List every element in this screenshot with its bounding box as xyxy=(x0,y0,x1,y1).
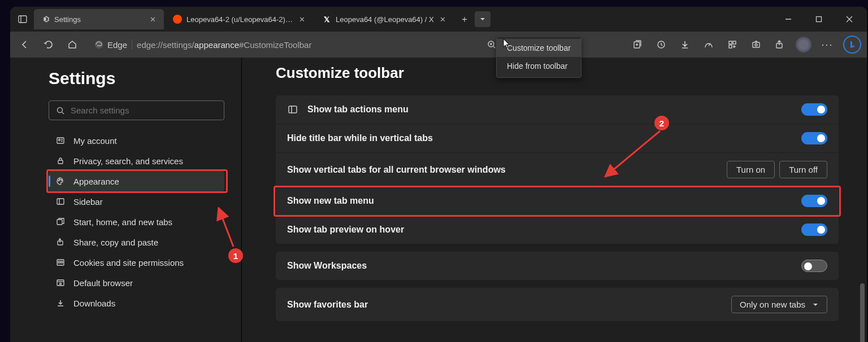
close-icon[interactable]: ✕ xyxy=(297,15,306,24)
menu-item-hide-toolbar[interactable]: Hide from toolbar xyxy=(497,57,581,75)
collections-icon[interactable] xyxy=(630,37,645,52)
screenshot-icon[interactable] xyxy=(748,37,764,52)
annotation-marker-1: 1 xyxy=(228,248,243,263)
tab-reddit[interactable]: Leopeva64-2 (u/Leopeva64-2) - | ✕ xyxy=(166,9,313,29)
settings-main: Customize toolbar Show tab actions menu … xyxy=(242,58,867,342)
titlebar: Settings ✕ Leopeva64-2 (u/Leopeva64-2) -… xyxy=(10,7,867,32)
sidebar-item-cookies[interactable]: Cookies and site permissions xyxy=(49,252,224,273)
svg-rect-35 xyxy=(57,199,64,204)
panel-icon xyxy=(287,104,298,115)
chevron-down-icon xyxy=(812,301,819,308)
sidebar-item-start[interactable]: Start, home, and new tabs xyxy=(49,212,224,232)
row-tab-actions: Show tab actions menu xyxy=(276,95,839,124)
lock-icon xyxy=(55,156,66,166)
turn-on-button[interactable]: Turn on xyxy=(727,161,775,178)
share-icon xyxy=(55,237,66,247)
url-text: edge://settings/appearance#CustomizeTool… xyxy=(137,40,311,50)
bing-chat-button[interactable] xyxy=(843,36,861,54)
close-window-button[interactable] xyxy=(836,10,862,28)
history-icon[interactable] xyxy=(653,37,669,52)
home-button[interactable] xyxy=(63,36,81,54)
performance-icon[interactable] xyxy=(701,37,717,52)
svg-rect-27 xyxy=(57,138,64,143)
reddit-icon xyxy=(173,15,182,24)
annotation-marker-2: 2 xyxy=(654,116,669,130)
new-tab-button[interactable]: ＋ xyxy=(457,11,472,27)
browser-window: Settings ✕ Leopeva64-2 (u/Leopeva64-2) -… xyxy=(10,7,867,342)
svg-point-33 xyxy=(59,179,60,180)
settings-sidebar: Settings My account Privacy, search, and… xyxy=(10,58,242,342)
svg-point-44 xyxy=(60,283,62,285)
svg-rect-41 xyxy=(61,261,63,263)
toggle-new-tab-menu[interactable] xyxy=(801,195,827,207)
more-icon[interactable]: ··· xyxy=(819,37,835,52)
tab-settings[interactable]: Settings ✕ xyxy=(34,9,164,29)
svg-rect-18 xyxy=(733,41,736,44)
sidebar-item-default[interactable]: Default browser xyxy=(49,273,224,293)
minimize-button[interactable] xyxy=(775,10,801,28)
svg-point-32 xyxy=(58,180,59,181)
tab-title: Leopeva64-2 (u/Leopeva64-2) - | xyxy=(186,15,293,24)
row-workspaces: Show Workspaces xyxy=(276,252,839,280)
gear-icon xyxy=(41,15,50,24)
share-icon[interactable] xyxy=(772,37,788,52)
browser-icon xyxy=(55,278,66,288)
toggle-hide-title[interactable] xyxy=(801,132,827,144)
sidebar-item-appearance[interactable]: Appearance xyxy=(49,171,224,191)
toggle-tab-preview[interactable] xyxy=(801,223,827,236)
sidebar-item-account[interactable]: My account xyxy=(49,130,224,151)
appearance-icon xyxy=(55,176,66,186)
toggle-workspaces[interactable] xyxy=(801,260,827,272)
sidebar-title: Settings xyxy=(49,69,224,88)
tab-x[interactable]: 𝕏 Leopeva64 (@Leopeva64) / X ✕ xyxy=(315,9,454,29)
favorites-bar-select[interactable]: Only on new tabs xyxy=(731,296,827,313)
refresh-button[interactable] xyxy=(40,36,58,54)
scrollbar[interactable] xyxy=(860,283,865,342)
account-icon xyxy=(55,135,66,146)
svg-rect-45 xyxy=(289,106,297,113)
sidebar-item-privacy[interactable]: Privacy, search, and services xyxy=(49,151,224,171)
edge-icon xyxy=(94,40,104,50)
svg-line-8 xyxy=(493,46,495,48)
maximize-button[interactable] xyxy=(806,10,832,28)
sidebar-icon xyxy=(55,196,66,207)
tab-actions-icon[interactable] xyxy=(15,11,31,27)
download-icon xyxy=(55,298,66,308)
toolbar: Edge edge://settings/appearance#Customiz… xyxy=(10,32,867,58)
profile-avatar[interactable] xyxy=(796,37,811,52)
close-icon[interactable]: ✕ xyxy=(148,15,157,24)
extensions-icon[interactable] xyxy=(724,37,740,52)
sidebar-item-share[interactable]: Share, copy and paste xyxy=(49,232,224,252)
svg-point-23 xyxy=(755,44,757,46)
row-hide-title: Hide title bar while in vertical tabs xyxy=(276,124,839,153)
tabs-icon xyxy=(55,217,66,227)
svg-rect-40 xyxy=(58,261,60,263)
search-settings[interactable] xyxy=(49,100,224,120)
sidebar-item-downloads[interactable]: Downloads xyxy=(49,293,224,313)
toggle-tab-actions[interactable] xyxy=(801,103,827,116)
mouse-cursor xyxy=(503,38,511,49)
close-icon[interactable]: ✕ xyxy=(439,15,448,24)
svg-point-34 xyxy=(61,179,62,181)
workspaces-card: Show Workspaces xyxy=(276,252,839,280)
sidebar-item-sidebar[interactable]: Sidebar xyxy=(49,191,224,212)
x-logo-icon: 𝕏 xyxy=(322,15,331,24)
svg-point-25 xyxy=(58,107,63,112)
window-controls xyxy=(775,10,862,28)
search-input[interactable] xyxy=(71,106,217,115)
svg-line-26 xyxy=(62,112,64,114)
svg-rect-37 xyxy=(57,220,62,225)
svg-rect-3 xyxy=(817,17,822,22)
svg-point-28 xyxy=(59,139,60,141)
toolbar-settings-card: Show tab actions menu Hide title bar whi… xyxy=(276,95,839,244)
back-button[interactable] xyxy=(16,36,34,54)
downloads-icon[interactable] xyxy=(677,37,693,52)
svg-rect-22 xyxy=(753,42,760,47)
address-bar[interactable]: Edge edge://settings/appearance#Customiz… xyxy=(89,40,311,50)
turn-off-button[interactable]: Turn off xyxy=(779,161,827,178)
brand-label: Edge xyxy=(107,40,127,50)
row-vertical-tabs: Show vertical tabs for all current brows… xyxy=(276,153,839,187)
tab-dropdown-button[interactable] xyxy=(475,11,491,27)
favorites-card: Show favorites bar Only on new tabs xyxy=(276,288,839,321)
cookies-icon xyxy=(55,257,66,268)
